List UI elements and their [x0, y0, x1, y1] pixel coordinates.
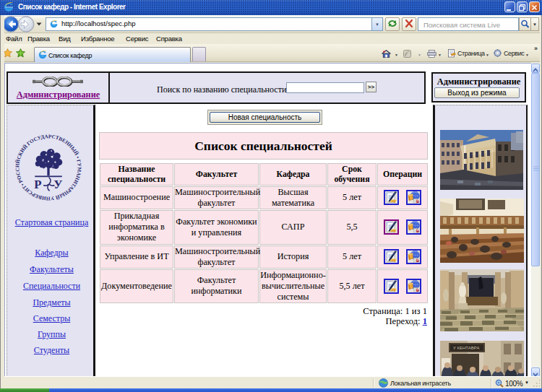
svg-text:У КЕНТАВРА: У КЕНТАВРА	[453, 346, 479, 350]
svg-text:У: У	[53, 178, 62, 191]
svg-text:Р: Р	[34, 178, 41, 191]
